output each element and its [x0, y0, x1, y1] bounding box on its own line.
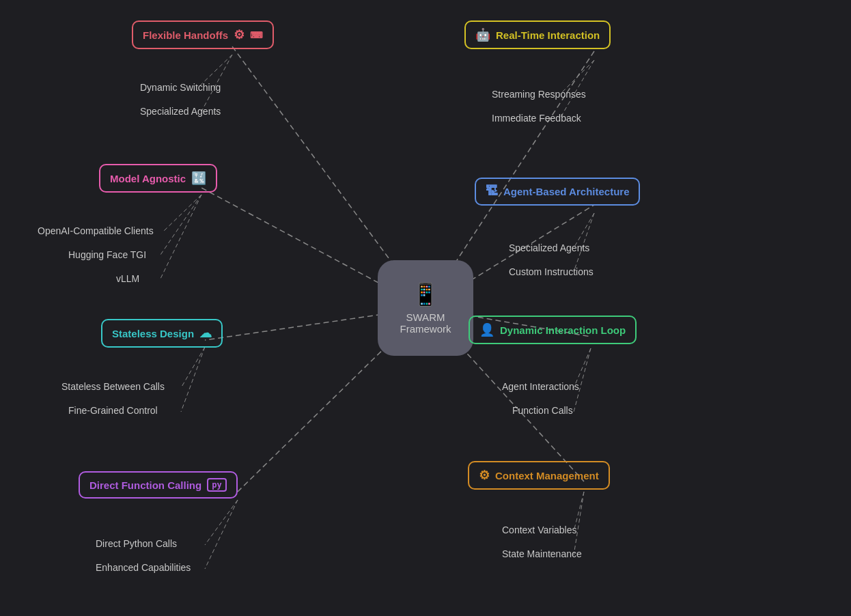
- robot-icon: 🤖: [475, 27, 490, 42]
- svg-line-9: [161, 195, 201, 279]
- agent-based-box: 🏗 Agent-Based Architecture: [475, 178, 640, 206]
- fine-grained-item: Fine-Grained Control: [68, 405, 158, 416]
- direct-function-box: Direct Function Calling py: [79, 471, 238, 499]
- dynamic-loop-label: Dynamic Interaction Loop: [500, 324, 626, 336]
- context-mgmt-box: ⚙ Context Management: [468, 461, 610, 490]
- center-node: 📱 SWARMFramework: [378, 260, 473, 356]
- enhanced-capabilities-item: Enhanced Capabilities: [96, 562, 191, 573]
- agent-based-label: Agent-Based Architecture: [503, 186, 629, 197]
- py-icon: py: [207, 478, 226, 492]
- svg-line-14: [181, 347, 205, 388]
- specialized-agents-item2: Specialized Agents: [509, 242, 589, 253]
- svg-line-20: [205, 500, 238, 545]
- model-agnostic-node: Model Agnostic 🔣: [99, 164, 217, 193]
- dynamic-switching-item: Dynamic Switching: [140, 82, 221, 93]
- svg-line-8: [161, 195, 201, 255]
- swarm-icon: 📱: [412, 281, 439, 307]
- stateless-label: Stateless Design: [112, 328, 194, 339]
- mind-map-canvas: 📱 SWARMFramework Flexible Handoffs ⚙ ⌨ D…: [0, 0, 851, 616]
- immediate-feedback-item: Immediate Feedback: [492, 113, 581, 124]
- svg-line-7: [164, 195, 201, 231]
- dynamic-loop-box: 👤 Dynamic Interaction Loop: [469, 316, 637, 344]
- svg-line-21: [205, 500, 238, 569]
- cloud-icon: ☁: [199, 326, 212, 341]
- flexible-handoffs-box: Flexible Handoffs ⚙ ⌨: [132, 20, 274, 49]
- stateless-calls-item: Stateless Between Calls: [61, 381, 165, 392]
- agent-interactions-item: Agent Interactions: [502, 381, 579, 392]
- model-icon: 🔣: [191, 171, 206, 186]
- real-time-box: 🤖 Real-Time Interaction: [464, 20, 611, 49]
- vllm-item: vLLM: [116, 273, 139, 284]
- context-variables-item: Context Variables: [502, 524, 576, 535]
- svg-line-18: [574, 348, 591, 412]
- direct-python-calls-item: Direct Python Calls: [96, 538, 177, 549]
- context-icon: ⚙: [479, 468, 490, 483]
- center-label: SWARMFramework: [400, 311, 451, 335]
- context-mgmt-node: ⚙ Context Management: [468, 461, 610, 490]
- stateless-box: Stateless Design ☁: [101, 319, 223, 348]
- context-mgmt-label: Context Management: [495, 470, 599, 481]
- agent-based-node: 🏗 Agent-Based Architecture: [475, 178, 640, 206]
- direct-function-label: Direct Function Calling: [89, 479, 201, 491]
- direct-function-node: Direct Function Calling py: [79, 471, 238, 499]
- keyboard-icon: ⌨: [250, 30, 263, 40]
- model-agnostic-label: Model Agnostic: [110, 173, 186, 184]
- svg-line-24: [574, 492, 584, 555]
- real-time-node: 🤖 Real-Time Interaction: [464, 20, 611, 49]
- streaming-responses-item: Streaming Responses: [492, 89, 586, 100]
- flexible-handoffs-label: Flexible Handoffs: [143, 29, 228, 41]
- real-time-label: Real-Time Interaction: [496, 29, 600, 41]
- specialized-agents-item1: Specialized Agents: [140, 106, 221, 117]
- hugging-face-item: Hugging Face TGI: [68, 249, 146, 260]
- model-agnostic-box: Model Agnostic 🔣: [99, 164, 217, 193]
- state-maintenance-item: State Maintenance: [502, 548, 582, 559]
- custom-instructions-item: Custom Instructions: [509, 266, 594, 277]
- svg-line-15: [181, 347, 205, 412]
- openai-compat-item: OpenAI-Compatible Clients: [38, 225, 154, 236]
- dynamic-loop-node: 👤 Dynamic Interaction Loop: [469, 316, 637, 344]
- loop-icon: 👤: [479, 322, 494, 337]
- gear-icon: ⚙: [234, 27, 245, 42]
- architecture-icon: 🏗: [486, 184, 498, 199]
- stateless-node: Stateless Design ☁: [101, 319, 223, 348]
- flexible-handoffs-node: Flexible Handoffs ⚙ ⌨: [132, 20, 274, 49]
- function-calls-item: Function Calls: [512, 405, 573, 416]
